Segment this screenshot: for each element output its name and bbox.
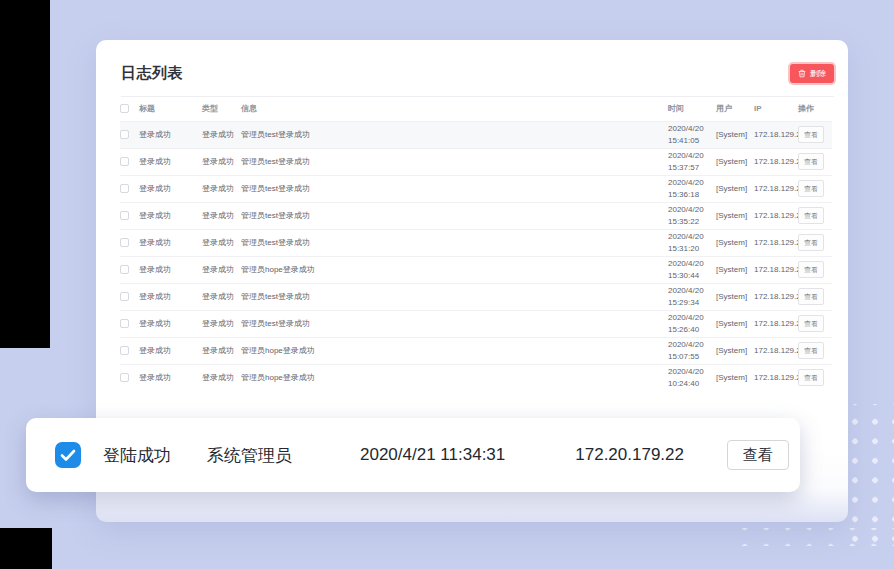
select-all-checkbox[interactable] <box>120 104 129 113</box>
overlay-view-button[interactable]: 查看 <box>727 440 789 470</box>
cell-time: 2020/4/20 15:37:57 <box>668 148 716 175</box>
cell-type: 登录成功 <box>202 310 241 337</box>
cell-info: 管理员test登录成功 <box>241 202 668 229</box>
cell-time-line: 15:30:44 <box>668 270 716 282</box>
table-row: 登录成功 登录成功 管理员test登录成功 2020/4/20 15:36:18… <box>120 175 832 202</box>
cell-info: 管理员test登录成功 <box>241 175 668 202</box>
table-row: 登录成功 登录成功 管理员hope登录成功 2020/4/20 15:07:55… <box>120 337 832 364</box>
col-header-user: 用户 <box>716 97 754 121</box>
cell-user: [System] <box>716 175 754 202</box>
cell-user: [System] <box>716 229 754 256</box>
view-button[interactable]: 查看 <box>798 234 824 251</box>
cell-time-line: 15:07:55 <box>668 351 716 363</box>
view-button[interactable]: 查看 <box>798 126 824 143</box>
cell-time-line: 15:41:05 <box>668 135 716 147</box>
row-checkbox[interactable] <box>120 319 129 328</box>
row-checkbox[interactable] <box>120 373 129 382</box>
row-checkbox[interactable] <box>120 130 129 139</box>
cell-ip: 172.18.129.26 <box>754 256 798 283</box>
cell-ip: 172.18.129.26 <box>754 148 798 175</box>
cell-date-line: 2020/4/20 <box>668 312 716 324</box>
cell-user: [System] <box>716 337 754 364</box>
page-title: 日志列表 <box>121 64 183 83</box>
table-row: 登录成功 登录成功 管理员test登录成功 2020/4/20 15:35:22… <box>120 202 832 229</box>
row-checkbox[interactable] <box>120 265 129 274</box>
overlay-checkbox[interactable] <box>55 442 81 468</box>
cell-time-line: 15:31:20 <box>668 243 716 255</box>
cell-date-line: 2020/4/20 <box>668 285 716 297</box>
view-button[interactable]: 查看 <box>798 315 824 332</box>
cell-ip: 172.18.129.26 <box>754 121 798 148</box>
cell-time: 2020/4/20 15:30:44 <box>668 256 716 283</box>
cell-ip: 172.18.129.26 <box>754 283 798 310</box>
table-row: 登录成功 登录成功 管理员test登录成功 2020/4/20 15:31:20… <box>120 229 832 256</box>
table-header-row: 标题 类型 信息 时间 用户 IP 操作 <box>120 97 832 121</box>
cell-user: [System] <box>716 148 754 175</box>
cell-ip: 172.18.129.26 <box>754 337 798 364</box>
cell-title: 登录成功 <box>139 202 202 229</box>
cell-type: 登录成功 <box>202 256 241 283</box>
log-table-body: 登录成功 登录成功 管理员test登录成功 2020/4/20 15:41:05… <box>120 121 832 391</box>
cell-user: [System] <box>716 202 754 229</box>
cell-type: 登录成功 <box>202 148 241 175</box>
row-checkbox[interactable] <box>120 238 129 247</box>
col-header-time: 时间 <box>668 97 716 121</box>
cell-time: 2020/4/20 10:24:40 <box>668 364 716 391</box>
cell-date-line: 2020/4/20 <box>668 177 716 189</box>
cell-info: 管理员test登录成功 <box>241 121 668 148</box>
row-checkbox[interactable] <box>120 346 129 355</box>
view-button[interactable]: 查看 <box>798 288 824 305</box>
cell-title: 登录成功 <box>139 310 202 337</box>
delete-button[interactable]: 删除 <box>790 64 834 83</box>
cell-info: 管理员hope登录成功 <box>241 256 668 283</box>
cell-user: [System] <box>716 310 754 337</box>
cell-ip: 172.18.129.26 <box>754 229 798 256</box>
row-checkbox[interactable] <box>120 157 129 166</box>
decor-dot-grid-right <box>840 404 894 546</box>
cell-time: 2020/4/20 15:29:34 <box>668 283 716 310</box>
cell-time-line: 15:35:22 <box>668 216 716 228</box>
col-header-type: 类型 <box>202 97 241 121</box>
view-button[interactable]: 查看 <box>798 369 824 386</box>
cell-time-line: 15:26:40 <box>668 324 716 336</box>
cell-info: 管理员hope登录成功 <box>241 337 668 364</box>
zoomed-log-row: 登陆成功 系统管理员 2020/4/21 11:34:31 172.20.179… <box>26 418 800 492</box>
check-icon <box>60 449 76 462</box>
view-button[interactable]: 查看 <box>798 180 824 197</box>
cell-title: 登录成功 <box>139 229 202 256</box>
cell-time: 2020/4/20 15:07:55 <box>668 337 716 364</box>
view-button[interactable]: 查看 <box>798 153 824 170</box>
cell-user: [System] <box>716 283 754 310</box>
view-button[interactable]: 查看 <box>798 342 824 359</box>
table-row: 登录成功 登录成功 管理员test登录成功 2020/4/20 15:26:40… <box>120 310 832 337</box>
cell-time: 2020/4/20 15:31:20 <box>668 229 716 256</box>
cell-time-line: 15:37:57 <box>668 162 716 174</box>
panel-header: 日志列表 删除 <box>121 40 834 97</box>
cell-time: 2020/4/20 15:35:22 <box>668 202 716 229</box>
cell-user: [System] <box>716 121 754 148</box>
cell-date-line: 2020/4/20 <box>668 204 716 216</box>
cell-title: 登录成功 <box>139 337 202 364</box>
cell-date-line: 2020/4/20 <box>668 231 716 243</box>
cell-title: 登录成功 <box>139 121 202 148</box>
cell-ip: 172.18.129.26 <box>754 364 798 391</box>
cell-title: 登录成功 <box>139 148 202 175</box>
view-button[interactable]: 查看 <box>798 207 824 224</box>
cell-info: 管理员test登录成功 <box>241 148 668 175</box>
cell-time-line: 15:29:34 <box>668 297 716 309</box>
overlay-user: 系统管理员 <box>207 444 292 467</box>
col-header-title: 标题 <box>139 97 202 121</box>
row-checkbox[interactable] <box>120 211 129 220</box>
cell-info: 管理员test登录成功 <box>241 283 668 310</box>
log-table: 标题 类型 信息 时间 用户 IP 操作 登录成功 登录成功 管理员test登录… <box>120 97 832 391</box>
cell-type: 登录成功 <box>202 121 241 148</box>
overlay-datetime: 2020/4/21 11:34:31 <box>360 445 505 465</box>
row-checkbox[interactable] <box>120 292 129 301</box>
trash-icon <box>798 69 806 78</box>
row-checkbox[interactable] <box>120 184 129 193</box>
cell-type: 登录成功 <box>202 364 241 391</box>
cell-date-line: 2020/4/20 <box>668 123 716 135</box>
cell-ip: 172.18.129.26 <box>754 202 798 229</box>
view-button[interactable]: 查看 <box>798 261 824 278</box>
decor-black-bar-top <box>0 0 50 348</box>
